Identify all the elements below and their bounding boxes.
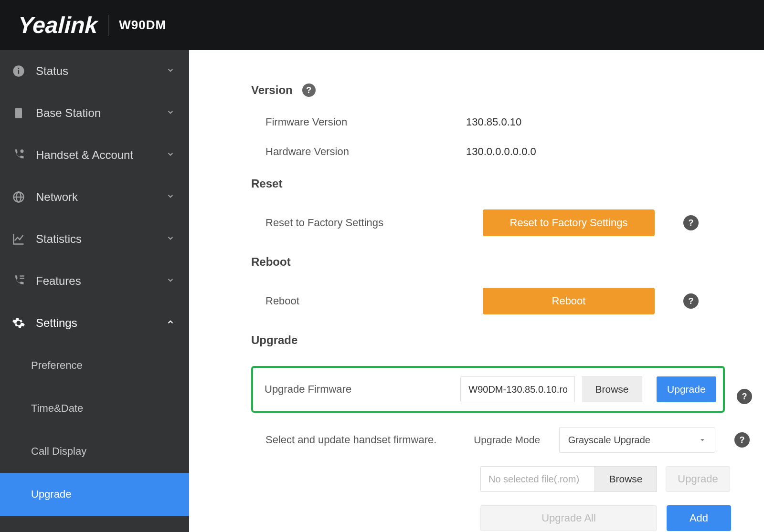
header: Yealink W90DM <box>0 0 764 50</box>
reboot-button[interactable]: Reboot <box>483 288 655 314</box>
sidebar-sub-call-display[interactable]: Call Display <box>0 430 189 473</box>
svg-rect-9 <box>20 278 24 279</box>
svg-rect-1 <box>18 70 19 74</box>
svg-marker-10 <box>700 439 704 441</box>
upgrade-mode-value: Grayscale Upgrade <box>568 435 650 446</box>
sidebar-item-handset-account[interactable]: Handset & Account <box>0 134 189 176</box>
sidebar-item-statistics[interactable]: Statistics <box>0 218 189 260</box>
firmware-version-value: 130.85.0.10 <box>466 116 521 128</box>
hardware-version-label: Hardware Version <box>265 146 466 158</box>
chart-icon <box>12 232 25 246</box>
features-icon <box>12 274 25 288</box>
sidebar-item-status[interactable]: Status <box>0 50 189 92</box>
sidebar-item-label: Statistics <box>36 232 82 246</box>
browse-handset-button[interactable]: Browse <box>595 466 657 492</box>
sidebar-sub-auto-provision[interactable]: Auto Provision <box>0 516 189 532</box>
section-title-text: Reboot <box>251 255 291 269</box>
sidebar-item-label: Handset & Account <box>36 148 133 162</box>
section-title-text: Reset <box>251 177 282 190</box>
device-icon <box>12 106 25 120</box>
svg-rect-8 <box>20 275 24 276</box>
chevron-up-icon <box>166 318 175 328</box>
sidebar-item-settings[interactable]: Settings <box>0 302 189 344</box>
chevron-down-icon <box>699 436 706 444</box>
handset-file-input[interactable] <box>480 466 595 492</box>
phone-user-icon <box>12 148 25 162</box>
upgrade-firmware-button[interactable]: Upgrade <box>657 376 716 402</box>
section-title-text: Upgrade <box>251 334 297 347</box>
svg-rect-2 <box>18 68 19 69</box>
add-button[interactable]: Add <box>667 505 731 531</box>
firmware-version-label: Firmware Version <box>265 116 466 128</box>
help-icon[interactable]: ? <box>683 215 699 230</box>
sidebar-item-label: Features <box>36 274 81 288</box>
upgrade-handset-button[interactable]: Upgrade <box>666 466 730 492</box>
chevron-down-icon <box>166 276 175 286</box>
globe-icon <box>12 190 25 204</box>
chevron-down-icon <box>166 108 175 118</box>
help-icon[interactable]: ? <box>683 293 699 309</box>
section-title-text: Version <box>251 83 293 97</box>
sidebar-item-label: Settings <box>36 316 77 330</box>
help-icon[interactable]: ? <box>302 83 316 97</box>
upgrade-firmware-label: Upgrade Firmware <box>260 383 453 396</box>
sidebar-item-label: Status <box>36 64 68 78</box>
sidebar-sub-preference[interactable]: Preference <box>0 344 189 387</box>
gear-icon <box>12 316 25 330</box>
upgrade-all-button[interactable]: Upgrade All <box>480 505 657 531</box>
help-icon[interactable]: ? <box>737 389 752 404</box>
sidebar-item-label: Base Station <box>36 106 101 120</box>
upgrade-mode-select[interactable]: Grayscale Upgrade <box>559 427 715 453</box>
sidebar-item-base-station[interactable]: Base Station <box>0 92 189 134</box>
upgrade-mode-label: Upgrade Mode <box>474 434 550 446</box>
browse-firmware-button[interactable]: Browse <box>582 376 642 402</box>
main-content: Version ? Firmware Version 130.85.0.10 H… <box>189 50 764 532</box>
handset-firmware-label: Select and update handset firmware. <box>265 434 464 446</box>
brand-logo: Yealink <box>18 12 98 38</box>
sidebar-item-label: Network <box>36 190 78 204</box>
upgrade-firmware-row: Upgrade Firmware Browse Upgrade <box>251 366 725 413</box>
chevron-down-icon <box>166 150 175 160</box>
chevron-down-icon <box>166 234 175 244</box>
section-version-title: Version ? <box>251 83 750 97</box>
sidebar-sub-upgrade[interactable]: Upgrade <box>0 473 189 516</box>
help-icon[interactable]: ? <box>734 432 750 448</box>
svg-point-4 <box>21 149 24 153</box>
reset-factory-button[interactable]: Reset to Factory Settings <box>483 209 655 236</box>
upgrade-firmware-file-input[interactable] <box>460 376 575 402</box>
model-name: W90DM <box>119 18 166 32</box>
sidebar-sub-time-date[interactable]: Time&Date <box>0 387 189 430</box>
info-icon <box>12 64 25 78</box>
reset-label: Reset to Factory Settings <box>265 217 466 229</box>
section-reset-title: Reset <box>251 177 750 190</box>
brand-divider <box>108 15 108 36</box>
reboot-label: Reboot <box>265 295 466 307</box>
chevron-down-icon <box>166 66 175 76</box>
section-upgrade-title: Upgrade <box>251 334 750 347</box>
hardware-version-value: 130.0.0.0.0.0.0 <box>466 146 536 158</box>
svg-rect-3 <box>15 108 22 118</box>
section-reboot-title: Reboot <box>251 255 750 269</box>
chevron-down-icon <box>166 192 175 202</box>
sidebar: Status Base Station Handset & Account <box>0 50 189 532</box>
sidebar-item-network[interactable]: Network <box>0 176 189 218</box>
sidebar-item-features[interactable]: Features <box>0 260 189 302</box>
